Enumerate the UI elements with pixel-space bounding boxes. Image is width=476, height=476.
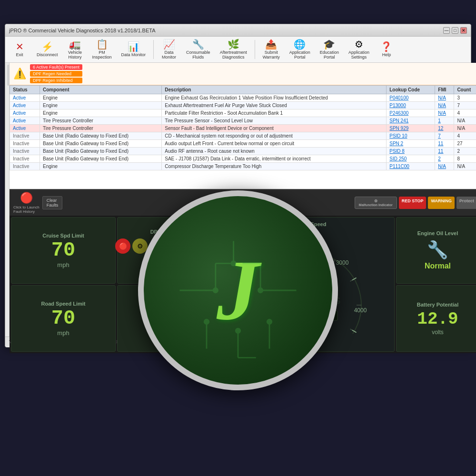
vehicle-history-label: VehicleHistory (68, 50, 82, 60)
alert-icon: ⚠️ (13, 68, 26, 80)
oil-level-icon: 🔧 (427, 240, 448, 260)
consumable-fluids-button[interactable]: 🔧 ConsumableFluids (183, 38, 213, 61)
amber-warning-indicator: WARNING (428, 197, 455, 209)
warning-buttons-row: 🔴 ⚙ 🛡 STOP WARNING (115, 238, 223, 254)
derate-icon-4: 💧 (149, 324, 162, 335)
table-row: Inactive Engine Compressor Discharge Tem… (10, 163, 476, 170)
dpf-soot-title: DPF Soot Level (150, 229, 189, 235)
submit-warranty-icon: 📤 (265, 40, 277, 49)
maximize-button[interactable]: □ (452, 27, 458, 34)
minimize-button[interactable]: — (443, 27, 450, 34)
warning-indicators: ⚙ Malfunction Indicator RED STOP WARNING… (355, 197, 476, 209)
table-row: Active Engine Engine Exhaust Gas Recircu… (10, 94, 476, 102)
consumable-fluids-icon: 🔧 (192, 40, 204, 49)
right-content: ⚠️ 6 Active Fault(s) Present DPF Regen N… (10, 63, 476, 337)
clear-faults-button[interactable]: ClearFaults (42, 196, 63, 209)
vehicle-history-button[interactable]: 🚛 VehicleHistory (65, 38, 86, 61)
col-header-count[interactable]: Count (454, 86, 476, 94)
derate-icon-1: ⚙ (149, 311, 162, 323)
table-row: Inactive Base Unit (Radio Gateway to Fix… (10, 148, 476, 155)
exit-button[interactable]: ✕ Exit (9, 40, 30, 59)
svg-text:1000: 1000 (251, 307, 264, 314)
dash-grid: Cruise Spd Limit 70 mph DPF Soot Level 🔴… (10, 216, 476, 353)
launch-icon: 🔴 (20, 192, 33, 204)
education-portal-button[interactable]: 🎓 EducationPortal (317, 38, 342, 61)
warning-rect-btn[interactable]: WARNING (191, 238, 223, 254)
engine-speed-title: Engine Speed (292, 221, 327, 227)
battery-unit: volts (432, 329, 444, 336)
svg-text:2000: 2000 (269, 259, 282, 266)
table-row: Active Engine Particulate Filter Restric… (10, 109, 476, 117)
window-controls: — □ ✕ (443, 27, 467, 34)
main-content: 2015 Volvo Vehicle Volvo D13 Volvo I-Shi… (5, 63, 471, 337)
svg-text:Truck: Truck (291, 279, 327, 294)
derate-icon-3: 🌡 (177, 311, 190, 323)
stop-rect-btn[interactable]: STOP (167, 238, 189, 254)
help-icon: ❓ (380, 42, 392, 51)
reports-button[interactable]: 📊 Data Monitor (119, 40, 149, 59)
col-header-component[interactable]: Component (40, 86, 162, 94)
cruise-speed-value: 70 (51, 240, 75, 260)
disconnect-button[interactable]: ⚡ Disconnect (34, 40, 61, 59)
malfunction-indicator: ⚙ Malfunction Indicator (355, 197, 397, 209)
engine-speed-cell: Engine Speed (223, 217, 395, 352)
table-row: Active Engine Exhaust Aftertreatment Fue… (10, 102, 476, 109)
yellow-circle-btn[interactable]: ⚙ (132, 238, 148, 254)
alert-dpf-regen-needed: DPF Regen Needed (30, 71, 82, 77)
derate-icon-5: ⚡ (163, 324, 176, 335)
consumable-fluids-label: ConsumableFluids (186, 50, 210, 60)
toolbar-sep-1 (153, 40, 154, 59)
cruise-speed-unit: mph (57, 261, 69, 268)
table-row: Active Tire Pressure Controller Sensor F… (10, 125, 476, 132)
table-row: Active Tire Pressure Controller Tire Pre… (10, 117, 476, 125)
blue-protect-btn[interactable]: 🛡 (149, 238, 165, 254)
pm-inspection-icon: 📋 (96, 40, 108, 49)
table-row: Inactive Base Unit (Radio Gateway to Fix… (10, 132, 476, 140)
col-header-lookup[interactable]: Lookup Code (387, 86, 435, 94)
main-window: jPRO ® Commercial Vehicle Diagnostics 20… (5, 24, 471, 347)
svg-text:Diagnosis: Diagnosis (277, 292, 341, 307)
battery-title: Battery Potential (417, 302, 458, 307)
data-monitor-icon: 📈 (163, 40, 175, 49)
derate-icon-2: 🔧 (163, 311, 176, 323)
data-monitor-label: DataMonitor (162, 50, 176, 60)
alert-active-faults: 6 Active Fault(s) Present (30, 64, 82, 70)
app-settings-button[interactable]: ⚙ ApplicationSettings (346, 38, 372, 61)
toolbar: ✕ Exit ⚡ Disconnect 🚛 VehicleHistory 📋 P… (5, 37, 471, 63)
alert-tags: 6 Active Fault(s) Present DPF Regen Need… (30, 64, 82, 83)
close-button[interactable]: ✕ (460, 27, 467, 34)
reports-icon: 📊 (128, 42, 139, 51)
col-header-fmi[interactable]: FMI (435, 86, 454, 94)
road-speed-unit: mph (57, 329, 69, 337)
engine-oil-cell: Engine Oil Level 🔧 Normal (396, 217, 476, 284)
application-portal-label: ApplicationPortal (289, 50, 310, 60)
launch-fault-history-button[interactable]: 🔴 Click to LaunchFault History (13, 192, 40, 214)
pm-inspection-button[interactable]: 📋 PMInspection (89, 38, 115, 61)
application-portal-button[interactable]: 🌐 ApplicationPortal (287, 38, 313, 61)
aftertreatment-button[interactable]: 🌿 AftertreatmentDiagnostics (217, 38, 250, 61)
exit-icon: ✕ (16, 42, 24, 51)
dpf-soot-cell: DPF Soot Level 🔴 ⚙ 🛡 STOP WARNING High (117, 217, 222, 284)
fault-table-container: Status Component Description Lookup Code… (10, 85, 476, 189)
col-header-status[interactable]: Status (10, 86, 40, 94)
launch-label: Click to LaunchFault History (13, 205, 40, 214)
help-button[interactable]: ❓ Help (376, 40, 397, 59)
red-stop-indicator: RED STOP (399, 197, 426, 209)
svg-text:4000: 4000 (354, 307, 367, 314)
app-settings-icon: ⚙ (355, 40, 363, 49)
col-header-description[interactable]: Description (162, 86, 387, 94)
battery-value: 12.9 (417, 309, 458, 329)
disconnect-label: Disconnect (37, 52, 58, 57)
education-portal-icon: 🎓 (323, 40, 335, 49)
bottom-panel: 🔴 Click to LaunchFault History ClearFaul… (10, 189, 476, 337)
engine-speed-gauge: 1000 2000 3000 4000 0000 RPM Truck (238, 229, 380, 334)
red-circle-btn[interactable]: 🔴 (115, 238, 130, 254)
submit-warranty-button[interactable]: 📤 SubmitWarranty (260, 38, 283, 61)
reports-label: Data Monitor (121, 52, 146, 57)
fault-table: Status Component Description Lookup Code… (10, 85, 476, 170)
dash-controls: 🔴 Click to LaunchFault History ClearFaul… (10, 190, 476, 216)
data-monitor-button[interactable]: 📈 DataMonitor (159, 38, 179, 61)
protect-indicator: Protect (456, 197, 476, 209)
cruise-speed-title: Cruise Spd Limit (42, 233, 84, 238)
road-speed-value: 70 (51, 308, 75, 328)
